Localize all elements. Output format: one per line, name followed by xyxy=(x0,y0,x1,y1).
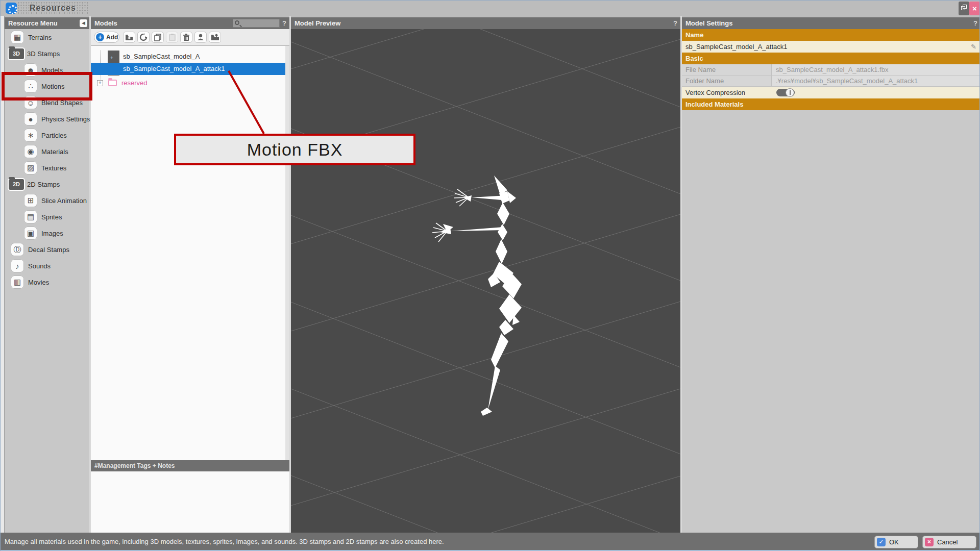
decal-stamps-icon: Ⓓ xyxy=(11,243,24,256)
included-materials-header: Included Materials xyxy=(682,98,980,110)
3d-stamps-folder-icon: 3D xyxy=(9,48,24,59)
sidebar-item-terrains[interactable]: ▦ Terrains xyxy=(5,29,89,45)
folder-icon xyxy=(108,80,117,86)
ok-button[interactable]: ✓ OK xyxy=(874,536,918,548)
duplicate-icon xyxy=(154,34,162,41)
sidebar-item-2d-stamps[interactable]: 2D 2D Stamps xyxy=(5,176,89,192)
skeleton-figure xyxy=(440,176,522,416)
new-folder-icon xyxy=(125,34,133,41)
model-settings-panel: Name sb_SampleCast_model_A_attack1 ✎ Bas… xyxy=(682,29,980,533)
particles-icon: ∗ xyxy=(24,129,37,142)
models-panel-header: Models ? xyxy=(91,17,289,29)
export-folder-icon xyxy=(211,34,219,41)
list-item-reserved-folder[interactable]: + reserved xyxy=(91,77,285,89)
sidebar-item-3d-stamps[interactable]: 3D 3D Stamps xyxy=(5,45,89,62)
edit-pencil-icon[interactable]: ✎ xyxy=(971,41,976,53)
sidebar-item-materials[interactable]: ◉ Materials xyxy=(5,143,89,160)
refresh-button[interactable] xyxy=(137,32,150,43)
status-bar: Manage all materials used in the game, i… xyxy=(1,533,980,551)
title-bar: Resources × xyxy=(1,1,980,16)
sprites-icon: ▤ xyxy=(24,210,37,223)
motion-fbx-annotation: Motion FBX xyxy=(174,134,415,165)
sidebar-item-particles[interactable]: ∗ Particles xyxy=(5,127,89,143)
stamp-button[interactable] xyxy=(194,32,207,43)
basic-section-header: Basic xyxy=(682,53,980,64)
cancel-x-icon: × xyxy=(925,538,934,546)
vertex-compression-row: Vertex Compression xyxy=(682,87,980,98)
file-name-row: File Name sb_SampleCast_model_A_attack1.… xyxy=(682,64,980,76)
help-button[interactable]: ? xyxy=(282,17,286,29)
paste-button[interactable] xyxy=(166,32,178,43)
resource-menu: ▦ Terrains 3D 3D Stamps ☻ Models ∴ Motio… xyxy=(5,29,89,533)
sidebar-item-textures[interactable]: ▨ Textures xyxy=(5,160,89,176)
sidebar-item-movies[interactable]: ▥ Movies xyxy=(5,274,89,290)
management-notes-area[interactable] xyxy=(91,471,289,533)
help-button[interactable]: ? xyxy=(673,17,677,29)
sidebar-item-images[interactable]: ▣ Images xyxy=(5,225,89,241)
model-preview-header: Model Preview ? xyxy=(291,17,680,29)
models-list: + sb_SampleCast_model_A sb_SampleCast_mo… xyxy=(91,46,285,460)
sidebar-item-physics-settings[interactable]: ● Physics Settings xyxy=(5,111,89,127)
list-item-model-a-attack1-selected[interactable]: sb_SampleCast_model_A_attack1 xyxy=(91,63,285,75)
models-highlight-annotation xyxy=(2,72,92,101)
trash-icon xyxy=(183,34,190,41)
models-scrollbar[interactable] xyxy=(285,46,289,460)
textures-icon: ▨ xyxy=(24,161,37,174)
restore-window-button[interactable] xyxy=(959,2,969,15)
expand-icon[interactable]: + xyxy=(97,80,103,86)
restore-icon xyxy=(961,6,965,10)
ok-check-icon: ✓ xyxy=(877,538,886,546)
search-icon xyxy=(235,20,239,25)
preview-3d-scene xyxy=(291,29,680,533)
sidebar-item-slice-animation[interactable]: ⊞ Slice Animation xyxy=(5,192,89,209)
paste-icon xyxy=(169,34,176,41)
sidebar-item-sprites[interactable]: ▤ Sprites xyxy=(5,209,89,225)
movies-icon: ▥ xyxy=(11,276,24,289)
delete-button[interactable] xyxy=(180,32,192,43)
vertex-compression-toggle[interactable] xyxy=(776,89,795,96)
duplicate-button[interactable] xyxy=(152,32,164,43)
add-icon: + xyxy=(96,33,104,41)
export-button[interactable] xyxy=(209,32,221,43)
search-input[interactable] xyxy=(233,19,280,28)
images-icon: ▣ xyxy=(24,227,37,240)
file-name-value: sb_SampleCast_model_A_attack1.fbx xyxy=(771,64,980,76)
name-field[interactable]: sb_SampleCast_model_A_attack1 ✎ xyxy=(682,41,980,53)
folder-name-value: .¥res¥model¥sb_SampleCast_model_A_attack… xyxy=(771,76,980,87)
terrains-icon: ▦ xyxy=(11,31,24,44)
slice-animation-icon: ⊞ xyxy=(24,194,37,207)
sidebar-item-decal-stamps[interactable]: Ⓓ Decal Stamps xyxy=(5,241,89,258)
list-item-model-a[interactable]: + sb_SampleCast_model_A xyxy=(91,51,285,63)
new-folder-button[interactable] xyxy=(123,32,135,43)
materials-icon: ◉ xyxy=(24,145,37,158)
model-settings-header: Model Settings ? xyxy=(682,17,980,29)
folder-name-row: Folder Name .¥res¥model¥sb_SampleCast_mo… xyxy=(682,76,980,87)
app-icon xyxy=(6,3,17,14)
add-button[interactable]: + Add xyxy=(94,32,119,43)
collapse-panel-button[interactable]: ◀ xyxy=(80,19,87,27)
cancel-button[interactable]: × Cancel xyxy=(922,536,976,548)
toggle-knob xyxy=(786,88,794,97)
window-title: Resources xyxy=(17,2,89,15)
refresh-icon xyxy=(139,33,148,41)
close-window-button[interactable]: × xyxy=(969,2,980,15)
physics-settings-icon: ● xyxy=(24,112,37,126)
name-section-header: Name xyxy=(682,29,980,41)
resource-menu-header: Resource Menu ◀ xyxy=(5,17,89,29)
help-button[interactable]: ? xyxy=(973,17,977,29)
management-tags-bar[interactable]: #Management Tags + Notes xyxy=(91,460,289,471)
2d-stamps-folder-icon: 2D xyxy=(9,179,24,190)
stamp-person-icon xyxy=(197,34,204,41)
sounds-icon: ♪ xyxy=(11,259,24,272)
resources-window: { "window": { "title": "Resources", "clo… xyxy=(0,0,980,551)
model-preview-viewport[interactable] xyxy=(291,29,680,533)
sidebar-item-sounds[interactable]: ♪ Sounds xyxy=(5,258,89,274)
models-toolbar: + Add xyxy=(91,29,289,45)
status-message: Manage all materials used in the game, i… xyxy=(5,538,444,545)
